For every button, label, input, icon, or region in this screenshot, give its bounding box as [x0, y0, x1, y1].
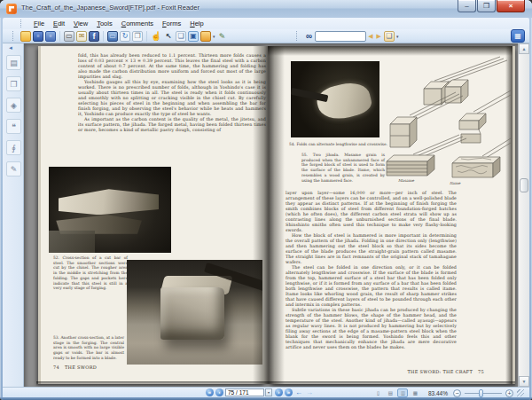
dropdown-arrow-icon[interactable]: ▾	[213, 34, 215, 39]
save-icon[interactable]: ▫	[33, 31, 43, 42]
continuous-layout-button[interactable]: ▤	[385, 388, 395, 397]
right-page-footer: THE SWORD: THE CRAFT75	[286, 369, 484, 374]
search-input[interactable]	[315, 31, 366, 42]
scrollbar-thumb[interactable]	[520, 178, 528, 192]
maximize-button[interactable]: ❒	[477, 0, 496, 12]
paragraph: How the block of steel is hammered is mo…	[286, 233, 457, 265]
next-view-button[interactable]: →	[306, 388, 313, 396]
paragraph: Subtle variations in these basic jihada …	[286, 308, 457, 350]
label-masame: Masame	[398, 178, 414, 183]
menu-forms[interactable]: Forms	[158, 19, 185, 28]
menubar-grip[interactable]	[20, 20, 24, 27]
zoom-slider-thumb[interactable]	[479, 389, 483, 397]
comments-icon[interactable]: ❝	[6, 119, 21, 134]
pdf-sign-icon[interactable]	[200, 31, 211, 42]
select-tool-icon[interactable]: ↖	[163, 31, 174, 42]
scroll-up-icon[interactable]: ▲	[519, 43, 529, 54]
new-document-icon[interactable]: ❏	[384, 31, 395, 42]
last-page-button[interactable]: »	[285, 388, 293, 396]
attachments-icon[interactable]: ∮	[6, 140, 21, 155]
window-resize-grip[interactable]	[517, 389, 524, 396]
hand-tool-icon[interactable]: ☝	[151, 31, 161, 42]
menu-bar: File Edit View Tools Comments Forms Help	[3, 18, 529, 29]
copy-icon[interactable]: ❐	[132, 31, 143, 42]
find-icon[interactable]: ∞	[306, 31, 312, 41]
page-dropdown-icon[interactable]: ▾	[265, 388, 272, 396]
paragraph: fold, this has already been reduced to 1…	[78, 53, 266, 80]
title-bar[interactable]: The_Craft_of_the_Japanese_Sword[FTP].pdf…	[0, 0, 532, 18]
dropdown-arrow-icon[interactable]: ▾	[396, 34, 399, 39]
toolbar-separator	[146, 31, 147, 42]
signatures-icon[interactable]: ✎	[6, 161, 21, 176]
scroll-down-icon[interactable]: ▼	[519, 376, 529, 387]
previous-view-button[interactable]: ←	[295, 388, 302, 396]
menu-file[interactable]: File	[29, 19, 49, 28]
foxit-reader-window: The_Craft_of_the_Japanese_Sword[FTP].pdf…	[0, 0, 532, 400]
photo-54-tongs-steel	[291, 61, 379, 137]
foxit-app-icon	[6, 4, 17, 14]
close-button[interactable]: ×	[497, 0, 525, 12]
page-bottom-shadow	[36, 381, 515, 386]
caption-55: 55. Two jihada. Masame grain is produced…	[301, 153, 385, 183]
zoom-out-button[interactable]: −	[453, 389, 461, 397]
window-title: The_Craft_of_the_Japanese_Sword[FTP].pdf…	[21, 4, 200, 12]
find-toolbar: ∞ ◀ ▶ ❏ ▾	[286, 30, 399, 42]
document-area[interactable]: fold, this has already been reduced to 1…	[24, 43, 518, 387]
photo-52-steel-cross-section	[49, 167, 171, 253]
page-number-74: 74	[53, 365, 59, 370]
previous-page-button[interactable]: ‹	[215, 388, 223, 396]
toolbar-grip[interactable]	[12, 31, 16, 41]
layers-icon[interactable]: ◈	[6, 98, 21, 113]
panel-collapse-arrow-icon[interactable]: ◄	[8, 45, 13, 51]
caption-53: 53. Another cross-section, at a later st…	[53, 335, 124, 361]
bookmarks-icon[interactable]: ▤	[6, 55, 21, 70]
page-number-input[interactable]	[225, 388, 264, 396]
continuous-facing-layout-button[interactable]: ▦	[410, 388, 420, 397]
next-page-button[interactable]: ›	[275, 388, 283, 396]
menu-view[interactable]: View	[69, 19, 92, 28]
facing-layout-button[interactable]: ▯▯	[397, 388, 408, 397]
toolbar-corner-icon[interactable]: ▦	[511, 29, 525, 43]
page-number-75: 75	[478, 369, 484, 374]
book-page-left: fold, this has already been reduced to 1…	[41, 46, 268, 384]
paragraph: Yoshindo gauges all this by eye, examini…	[78, 80, 266, 117]
menu-edit[interactable]: Edit	[49, 19, 69, 28]
fold-diagrams-figure	[378, 51, 512, 183]
share-icon[interactable]: f	[89, 31, 99, 42]
zoom-slider[interactable]	[465, 393, 502, 394]
running-head-left: THE SWORD	[65, 365, 97, 370]
find-toolbar-grip[interactable]	[296, 31, 300, 41]
page-navigation: « ‹ ▾ › » ← →	[205, 388, 315, 396]
save-all-icon[interactable]: ▫	[45, 31, 56, 42]
right-page-body-text: layer upon layer—some 16,000 or more—per…	[286, 191, 457, 350]
find-next-icon[interactable]: ▶	[377, 33, 381, 40]
fullscreen-icon[interactable]: ▭	[107, 31, 118, 42]
paragraph: As important as the carbon content is th…	[78, 117, 266, 133]
pages-icon[interactable]: ❐	[6, 76, 21, 91]
first-page-button[interactable]: «	[206, 388, 214, 396]
email-icon[interactable]: ✉	[76, 31, 87, 42]
find-previous-icon[interactable]: ◀	[368, 33, 372, 40]
minimize-button[interactable]: –	[458, 0, 476, 12]
caption-52: 52. Cross-section of a cut bar of steel.…	[53, 255, 128, 291]
vertical-scrollbar[interactable]: ▲ ▼	[518, 43, 529, 387]
rotate-view-icon[interactable]: ↻	[120, 31, 130, 42]
main-toolbar: ▫ ▫ ▭ ✉ f ▭ ↻ ❐ ☝ ↖ ❏ ▣ ▾ ✎ ∞ ◀ ▶ ❏ ▾ ▦	[3, 29, 529, 43]
zoom-in-button[interactable]: +	[505, 389, 513, 397]
toolbar-separator	[103, 31, 104, 42]
menu-tools[interactable]: Tools	[92, 19, 117, 28]
window-controls: – ❒ ×	[457, 0, 525, 12]
image-viewer-icon[interactable]: ▣	[188, 31, 199, 42]
menu-comments[interactable]: Comments	[117, 19, 158, 28]
photo-53-steel-block	[127, 260, 262, 365]
open-icon[interactable]	[20, 31, 31, 42]
left-page-footer: 74THE SWORD	[53, 365, 97, 370]
navigation-panel: ◄ ▤ ❐ ◈ ❝ ∮ ✎	[3, 43, 24, 387]
pencil-sign-icon[interactable]: ✎	[217, 31, 228, 42]
single-page-layout-button[interactable]: ▯	[372, 388, 383, 397]
running-head-right: THE SWORD: THE CRAFT	[407, 369, 473, 374]
paragraph: layer upon layer—some 16,000 or more—per…	[286, 191, 457, 233]
print-icon[interactable]: ▭	[64, 31, 74, 42]
menu-help[interactable]: Help	[185, 19, 207, 28]
snapshot-icon[interactable]: ❏	[176, 31, 186, 42]
